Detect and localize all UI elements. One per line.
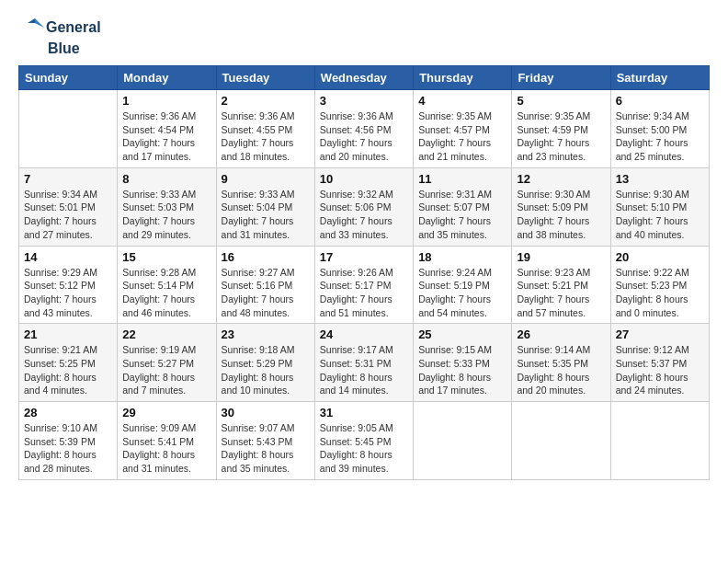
day-number: 14 xyxy=(24,250,112,264)
logo: General Blue xyxy=(18,15,101,56)
day-number: 26 xyxy=(517,327,605,341)
calendar-day-17: 17Sunrise: 9:26 AMSunset: 5:17 PMDayligh… xyxy=(314,246,413,324)
day-number: 20 xyxy=(616,250,704,264)
calendar-day-19: 19Sunrise: 9:23 AMSunset: 5:21 PMDayligh… xyxy=(512,246,610,324)
day-number: 1 xyxy=(122,94,210,108)
calendar-day-25: 25Sunrise: 9:15 AMSunset: 5:33 PMDayligh… xyxy=(414,324,512,402)
calendar-day-26: 26Sunrise: 9:14 AMSunset: 5:35 PMDayligh… xyxy=(512,324,610,402)
day-info: Sunrise: 9:12 AMSunset: 5:37 PMDaylight:… xyxy=(616,343,704,397)
calendar-day-23: 23Sunrise: 9:18 AMSunset: 5:29 PMDayligh… xyxy=(216,324,314,402)
day-info: Sunrise: 9:26 AMSunset: 5:17 PMDaylight:… xyxy=(320,266,408,320)
day-info: Sunrise: 9:24 AMSunset: 5:19 PMDaylight:… xyxy=(418,266,506,320)
logo-text-general: General xyxy=(46,20,101,35)
empty-cell xyxy=(610,402,709,480)
day-number: 10 xyxy=(320,172,408,186)
day-info: Sunrise: 9:14 AMSunset: 5:35 PMDaylight:… xyxy=(517,343,605,397)
calendar-day-11: 11Sunrise: 9:31 AMSunset: 5:07 PMDayligh… xyxy=(414,167,512,246)
calendar-week-3: 14Sunrise: 9:29 AMSunset: 5:12 PMDayligh… xyxy=(19,246,710,324)
empty-cell xyxy=(512,402,610,480)
day-number: 25 xyxy=(418,327,506,341)
calendar-day-2: 2Sunrise: 9:36 AMSunset: 4:55 PMDaylight… xyxy=(216,90,314,168)
day-info: Sunrise: 9:33 AMSunset: 5:04 PMDaylight:… xyxy=(222,188,310,242)
day-number: 30 xyxy=(222,406,310,419)
day-info: Sunrise: 9:33 AMSunset: 5:03 PMDaylight:… xyxy=(122,188,210,242)
col-header-thursday: Thursday xyxy=(414,66,512,90)
day-info: Sunrise: 9:19 AMSunset: 5:27 PMDaylight:… xyxy=(122,343,210,397)
logo-wordmark: General Blue xyxy=(18,15,101,56)
col-header-friday: Friday xyxy=(512,66,610,90)
day-number: 16 xyxy=(222,250,310,264)
logo-icon xyxy=(18,15,44,40)
day-number: 8 xyxy=(122,172,210,186)
empty-cell xyxy=(19,90,118,168)
calendar-day-10: 10Sunrise: 9:32 AMSunset: 5:06 PMDayligh… xyxy=(314,167,413,246)
day-info: Sunrise: 9:30 AMSunset: 5:10 PMDaylight:… xyxy=(616,188,704,242)
day-info: Sunrise: 9:35 AMSunset: 4:59 PMDaylight:… xyxy=(517,109,605,164)
day-number: 24 xyxy=(320,327,408,341)
day-info: Sunrise: 9:22 AMSunset: 5:23 PMDaylight:… xyxy=(616,266,704,320)
day-info: Sunrise: 9:31 AMSunset: 5:07 PMDaylight:… xyxy=(418,188,506,242)
calendar-day-4: 4Sunrise: 9:35 AMSunset: 4:57 PMDaylight… xyxy=(414,90,512,168)
day-number: 28 xyxy=(24,406,112,419)
day-number: 27 xyxy=(616,327,704,341)
day-number: 17 xyxy=(320,250,408,264)
svg-rect-0 xyxy=(18,15,46,42)
calendar-day-14: 14Sunrise: 9:29 AMSunset: 5:12 PMDayligh… xyxy=(19,246,118,324)
day-number: 11 xyxy=(418,172,506,186)
day-number: 2 xyxy=(222,94,310,108)
day-info: Sunrise: 9:30 AMSunset: 5:09 PMDaylight:… xyxy=(517,188,605,242)
calendar-table: SundayMondayTuesdayWednesdayThursdayFrid… xyxy=(18,65,710,480)
col-header-monday: Monday xyxy=(118,66,216,90)
day-number: 19 xyxy=(517,250,605,264)
calendar-day-20: 20Sunrise: 9:22 AMSunset: 5:23 PMDayligh… xyxy=(610,246,709,324)
calendar-day-22: 22Sunrise: 9:19 AMSunset: 5:27 PMDayligh… xyxy=(118,324,216,402)
day-info: Sunrise: 9:10 AMSunset: 5:39 PMDaylight:… xyxy=(24,421,112,476)
calendar-day-13: 13Sunrise: 9:30 AMSunset: 5:10 PMDayligh… xyxy=(610,167,709,246)
day-number: 21 xyxy=(24,327,112,341)
day-info: Sunrise: 9:34 AMSunset: 5:00 PMDaylight:… xyxy=(616,109,704,164)
col-header-tuesday: Tuesday xyxy=(216,66,314,90)
calendar-day-12: 12Sunrise: 9:30 AMSunset: 5:09 PMDayligh… xyxy=(512,167,610,246)
day-number: 23 xyxy=(222,327,310,341)
day-info: Sunrise: 9:09 AMSunset: 5:41 PMDaylight:… xyxy=(122,421,210,476)
calendar-week-4: 21Sunrise: 9:21 AMSunset: 5:25 PMDayligh… xyxy=(19,324,710,402)
calendar-day-1: 1Sunrise: 9:36 AMSunset: 4:54 PMDaylight… xyxy=(118,90,216,168)
calendar-day-28: 28Sunrise: 9:10 AMSunset: 5:39 PMDayligh… xyxy=(19,402,118,480)
calendar-day-21: 21Sunrise: 9:21 AMSunset: 5:25 PMDayligh… xyxy=(19,324,118,402)
day-info: Sunrise: 9:36 AMSunset: 4:55 PMDaylight:… xyxy=(222,109,310,164)
col-header-wednesday: Wednesday xyxy=(314,66,413,90)
logo-text-blue: Blue xyxy=(48,41,80,56)
day-info: Sunrise: 9:21 AMSunset: 5:25 PMDaylight:… xyxy=(24,343,112,397)
col-header-sunday: Sunday xyxy=(19,66,118,90)
day-number: 4 xyxy=(418,94,506,108)
day-info: Sunrise: 9:27 AMSunset: 5:16 PMDaylight:… xyxy=(222,266,310,320)
calendar-day-31: 31Sunrise: 9:05 AMSunset: 5:45 PMDayligh… xyxy=(314,402,413,480)
day-info: Sunrise: 9:18 AMSunset: 5:29 PMDaylight:… xyxy=(222,343,310,397)
day-number: 6 xyxy=(616,94,704,108)
calendar-day-5: 5Sunrise: 9:35 AMSunset: 4:59 PMDaylight… xyxy=(512,90,610,168)
page-header: General Blue xyxy=(18,15,710,56)
day-number: 5 xyxy=(517,94,605,108)
col-header-saturday: Saturday xyxy=(610,66,709,90)
day-info: Sunrise: 9:34 AMSunset: 5:01 PMDaylight:… xyxy=(24,188,112,242)
day-info: Sunrise: 9:36 AMSunset: 4:54 PMDaylight:… xyxy=(122,109,210,164)
calendar-day-29: 29Sunrise: 9:09 AMSunset: 5:41 PMDayligh… xyxy=(118,402,216,480)
calendar-day-27: 27Sunrise: 9:12 AMSunset: 5:37 PMDayligh… xyxy=(610,324,709,402)
day-number: 22 xyxy=(122,327,210,341)
day-number: 7 xyxy=(24,172,112,186)
calendar-week-5: 28Sunrise: 9:10 AMSunset: 5:39 PMDayligh… xyxy=(19,402,710,480)
calendar-day-15: 15Sunrise: 9:28 AMSunset: 5:14 PMDayligh… xyxy=(118,246,216,324)
calendar-header-row: SundayMondayTuesdayWednesdayThursdayFrid… xyxy=(19,66,710,90)
day-number: 13 xyxy=(616,172,704,186)
day-info: Sunrise: 9:32 AMSunset: 5:06 PMDaylight:… xyxy=(320,188,408,242)
day-info: Sunrise: 9:17 AMSunset: 5:31 PMDaylight:… xyxy=(320,343,408,397)
day-info: Sunrise: 9:23 AMSunset: 5:21 PMDaylight:… xyxy=(517,266,605,320)
calendar-day-6: 6Sunrise: 9:34 AMSunset: 5:00 PMDaylight… xyxy=(610,90,709,168)
calendar-day-30: 30Sunrise: 9:07 AMSunset: 5:43 PMDayligh… xyxy=(216,402,314,480)
calendar-day-9: 9Sunrise: 9:33 AMSunset: 5:04 PMDaylight… xyxy=(216,167,314,246)
calendar-week-1: 1Sunrise: 9:36 AMSunset: 4:54 PMDaylight… xyxy=(19,90,710,168)
empty-cell xyxy=(414,402,512,480)
calendar-day-18: 18Sunrise: 9:24 AMSunset: 5:19 PMDayligh… xyxy=(414,246,512,324)
day-number: 18 xyxy=(418,250,506,264)
day-number: 31 xyxy=(320,406,408,419)
